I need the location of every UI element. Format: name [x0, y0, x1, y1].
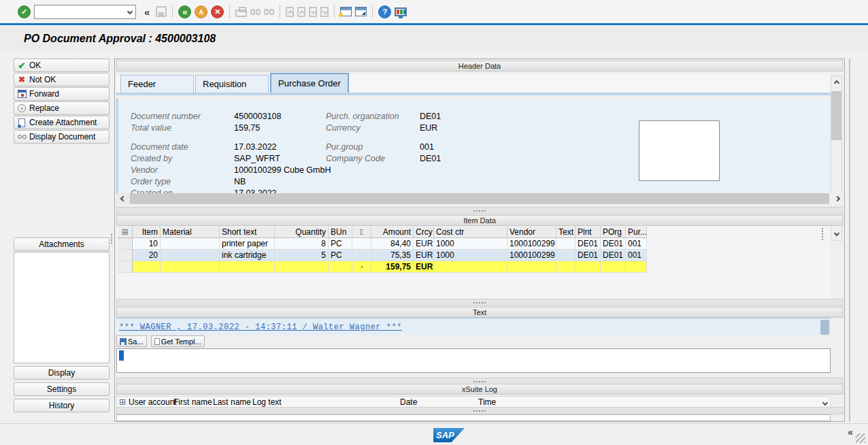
tab-feeder-label: Feeder: [128, 79, 156, 89]
header-horizontal-scrollbar[interactable]: [116, 193, 829, 204]
save-icon[interactable]: [156, 6, 167, 17]
last-page-icon[interactable]: [320, 7, 329, 17]
row-select-cell[interactable]: [118, 238, 133, 250]
statusbar-collapse-icon[interactable]: «: [848, 427, 853, 438]
col-sigma[interactable]: Σ: [352, 227, 371, 238]
col-item[interactable]: Item: [133, 227, 161, 238]
command-dropdown-icon[interactable]: [124, 5, 135, 18]
text-display-area[interactable]: *** WAGNER , 17.03.2022 - 14:37:11 / Wal…: [116, 317, 831, 335]
col-quantity[interactable]: Quantity: [275, 227, 329, 238]
xsuite-log-header-row: ⊞ User account First name Last name Log …: [116, 396, 831, 408]
tab-purchase-order[interactable]: Purchase Order: [270, 73, 349, 93]
table-layout-icon[interactable]: ⊞: [119, 397, 126, 407]
col-last-name[interactable]: Last name: [213, 397, 251, 407]
save-text-button[interactable]: Sa...: [116, 335, 147, 347]
col-user-account[interactable]: User account: [129, 397, 177, 407]
cell-text: [556, 238, 575, 250]
print-icon[interactable]: [235, 10, 247, 17]
display-button[interactable]: Display: [14, 366, 110, 380]
display-button-label: Display: [48, 368, 75, 378]
toolbar-separator: [280, 5, 280, 18]
col-plnt[interactable]: Plnt: [575, 227, 601, 238]
col-crcy[interactable]: Crcy: [414, 227, 434, 238]
attachments-header-button[interactable]: Attachments: [14, 237, 110, 251]
section-splitter[interactable]: [116, 407, 843, 414]
cancel-icon[interactable]: ✕: [211, 5, 224, 18]
xsuite-scroll-down-icon[interactable]: [823, 397, 827, 407]
scroll-up-icon[interactable]: [831, 78, 841, 88]
replace-button[interactable]: Replace: [14, 101, 110, 115]
tab-purchase-order-label: Purchase Order: [278, 78, 341, 88]
col-log-text[interactable]: Log text: [252, 397, 282, 407]
exit-icon[interactable]: ∧: [195, 5, 207, 18]
scroll-left-icon[interactable]: [116, 193, 130, 204]
col-bun[interactable]: BUn: [329, 227, 352, 238]
col-short-text[interactable]: Short text: [220, 227, 275, 238]
col-pur[interactable]: Pur...: [626, 227, 647, 238]
first-page-icon[interactable]: [286, 7, 294, 17]
help-icon[interactable]: ?: [378, 5, 391, 18]
get-template-button[interactable]: Get Templ...: [151, 335, 205, 347]
create-attachment-button-label: Create Attachment: [29, 118, 97, 127]
enter-icon[interactable]: ✓: [18, 5, 31, 18]
field-label: Created on: [131, 188, 233, 193]
command-input[interactable]: [35, 6, 124, 18]
window-resize-grip[interactable]: [856, 433, 865, 443]
tab-requisition-label: Requisition: [203, 79, 246, 89]
item-row-10[interactable]: 10 printer paper 8 PC 84,40 EUR 1000 100…: [118, 238, 647, 250]
toolbar-separator: [372, 5, 373, 18]
ok-button[interactable]: ✔ OK: [14, 59, 110, 72]
text-input-area[interactable]: [116, 348, 831, 373]
item-row-20[interactable]: 20 ink cartridge 5 PC 75,35 EUR 1000 100…: [118, 250, 647, 261]
header-tabstrip: Feeder Requisition Purchase Order: [116, 74, 831, 95]
customize-layout-icon[interactable]: [395, 7, 407, 16]
collapse-toolbar-icon[interactable]: «: [141, 6, 152, 18]
cell-porg: DE01: [601, 250, 626, 261]
tab-feeder[interactable]: Feeder: [120, 75, 194, 93]
col-porg[interactable]: POrg: [601, 227, 626, 238]
find-icon[interactable]: [250, 9, 261, 15]
field-value: NB: [234, 177, 411, 186]
main-panel: Header Data Feeder Requisition Purchase …: [114, 59, 845, 422]
tab-requisition[interactable]: Requisition: [195, 75, 269, 93]
section-splitter[interactable]: [116, 299, 843, 306]
text-cursor: [119, 350, 124, 361]
not-ok-button[interactable]: ✖ Not OK: [14, 73, 110, 86]
col-material[interactable]: Material: [161, 227, 220, 238]
col-time[interactable]: Time: [478, 397, 496, 407]
create-attachment-button[interactable]: Create Attachment: [14, 116, 110, 129]
text-scrollbar[interactable]: [820, 320, 829, 335]
scrollbar-thumb[interactable]: [831, 91, 841, 140]
history-button[interactable]: History: [14, 399, 110, 412]
cell-pur: 001: [626, 238, 647, 250]
status-bar: SAP «: [0, 423, 868, 445]
table-layout-icon[interactable]: ⊞: [118, 227, 133, 238]
item-table-grip-handle[interactable]: [820, 227, 825, 242]
generate-shortcut-icon[interactable]: [355, 7, 367, 16]
col-first-name[interactable]: First name: [173, 397, 212, 407]
attachments-list[interactable]: [14, 252, 110, 363]
col-vendor[interactable]: Vendor: [507, 227, 556, 238]
row-select-cell[interactable]: [118, 250, 133, 261]
col-amount[interactable]: Amount: [371, 227, 414, 238]
new-session-icon[interactable]: [340, 7, 352, 16]
next-page-icon[interactable]: [309, 7, 317, 17]
cell-plnt: DE01: [575, 238, 601, 250]
display-document-button[interactable]: Display Document: [14, 130, 110, 144]
scroll-right-icon[interactable]: [831, 193, 844, 204]
col-text[interactable]: Text: [556, 227, 575, 238]
history-button-label: History: [49, 401, 74, 410]
sidebar-splitter-handle[interactable]: [110, 233, 113, 245]
previous-page-icon[interactable]: [297, 7, 305, 17]
settings-button[interactable]: Settings: [14, 382, 110, 396]
forward-button[interactable]: Forward: [14, 87, 110, 101]
section-splitter[interactable]: [116, 207, 843, 214]
back-icon[interactable]: «: [178, 5, 191, 18]
field-label: Pur.group: [326, 142, 421, 152]
find-next-icon[interactable]: [264, 9, 274, 15]
scroll-down-icon[interactable]: [831, 228, 841, 239]
header-note-textbox[interactable]: [639, 120, 720, 181]
col-cost-ctr[interactable]: Cost ctr: [434, 227, 507, 238]
col-date[interactable]: Date: [400, 397, 417, 407]
cell-item: 20: [133, 250, 161, 261]
